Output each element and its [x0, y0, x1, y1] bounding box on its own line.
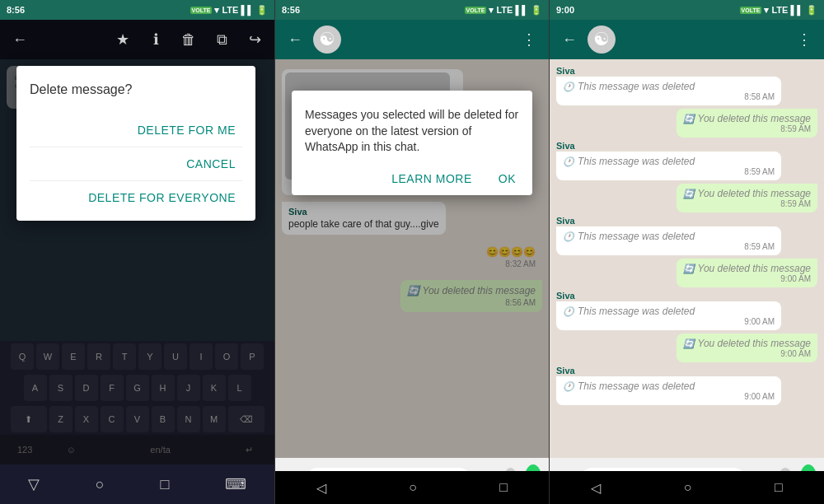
- msg-time-1: 8:59 AM: [683, 124, 811, 133]
- message-row-6: Siva 🕐 This message was deleted 9:00 AM: [556, 291, 781, 330]
- wifi-icon-3: ▾: [764, 5, 769, 16]
- nav-bar-3: ◁ ○ □: [550, 471, 824, 504]
- msg-bubble-3: 🔄 You deleted this message 8:59 AM: [677, 184, 817, 212]
- deleted-text-2: 🕐 This message was deleted: [563, 156, 775, 167]
- lte-badge-2: LTE: [496, 5, 513, 15]
- panel-delete-dialog: 8:56 VOLTE ▾ LTE ▌▌ 🔋 ← ★ ℹ 🗑 ⧉ ↪ Lorem …: [0, 0, 274, 504]
- clock-icon-0: 🕐: [563, 82, 574, 92]
- status-bar-3: 9:00 VOLTE ▾ LTE ▌▌ 🔋: [550, 0, 824, 20]
- back-button-2[interactable]: ←: [282, 26, 308, 53]
- message-row-8: Siva 🕐 This message was deleted 9:00 AM: [556, 366, 781, 405]
- refresh-icon-3: 🔄: [683, 189, 695, 199]
- copy-button[interactable]: ⧉: [208, 26, 235, 53]
- msg-time-2: 8:59 AM: [563, 167, 775, 176]
- volte-badge-3: VOLTE: [740, 7, 762, 14]
- signal-icon-1: ▌▌: [241, 5, 254, 15]
- wifi-icon-1: ▾: [214, 5, 219, 16]
- volte-badge-2: VOLTE: [465, 7, 487, 14]
- msg-bubble-7: 🔄 You deleted this message 9:00 AM: [677, 334, 817, 362]
- nav-home-2[interactable]: ○: [409, 480, 417, 495]
- message-row-0: Siva 🕐 This message was deleted 8:58 AM: [556, 66, 781, 105]
- yin-yang-icon-2: ☯: [319, 29, 335, 50]
- cancel-button[interactable]: CANCEL: [30, 147, 242, 180]
- nav-back-1[interactable]: ▽: [28, 475, 40, 493]
- status-bar-2: 8:56 VOLTE ▾ LTE ▌▌ 🔋: [275, 0, 549, 20]
- nav-recent-3[interactable]: □: [775, 480, 783, 495]
- msg-bubble-1: 🔄 You deleted this message 8:59 AM: [677, 109, 817, 138]
- signal-icon-2: ▌▌: [515, 5, 528, 15]
- nav-recent-1[interactable]: □: [160, 476, 169, 493]
- nav-back-2[interactable]: ◁: [316, 480, 326, 496]
- message-row-5: 🔄 You deleted this message 9:00 AM: [677, 259, 817, 287]
- ok-button[interactable]: OK: [495, 169, 519, 189]
- volte-badge-1: VOLTE: [190, 7, 213, 14]
- delete-for-everyone-button[interactable]: DELETE FOR EVERYONE: [30, 180, 242, 214]
- msg-sender-4: Siva: [556, 216, 781, 226]
- message-row-4: Siva 🕐 This message was deleted 8:59 AM: [556, 216, 781, 255]
- nav-kb-1[interactable]: ⌨: [225, 475, 246, 493]
- refresh-icon-7: 🔄: [683, 338, 695, 349]
- panel-warning-dialog: 8:56 VOLTE ▾ LTE ▌▌ 🔋 ← ☯ ⋮ Lorem ipsum.…: [274, 0, 550, 504]
- deleted-text-3: 🔄 You deleted this message: [683, 188, 811, 199]
- message-row-7: 🔄 You deleted this message 9:00 AM: [677, 334, 817, 362]
- delete-dialog: Delete message? DELETE FOR ME CANCEL DEL…: [16, 66, 255, 221]
- learn-more-button[interactable]: LEARN MORE: [388, 169, 475, 189]
- msg-time-6: 9:00 AM: [563, 317, 775, 326]
- msg-sender-0: Siva: [556, 66, 781, 76]
- clock-icon-4: 🕐: [563, 231, 574, 242]
- msg-time-5: 9:00 AM: [683, 274, 811, 283]
- deleted-text-6: 🕐 This message was deleted: [563, 306, 775, 317]
- warning-dialog: Messages you selected will be deleted fo…: [292, 91, 532, 195]
- lte-badge-1: LTE: [222, 5, 238, 15]
- avatar-2: ☯: [313, 26, 341, 54]
- msg-sender-6: Siva: [556, 291, 781, 301]
- back-button-1[interactable]: ←: [7, 26, 33, 53]
- forward-button[interactable]: ↪: [241, 26, 268, 53]
- clock-icon-2: 🕐: [563, 156, 574, 167]
- more-button-2[interactable]: ⋮: [516, 26, 542, 53]
- lte-badge-3: LTE: [771, 5, 788, 15]
- back-button-3[interactable]: ←: [556, 26, 583, 53]
- msg-bubble-6: 🕐 This message was deleted 9:00 AM: [556, 301, 781, 330]
- status-time-1: 8:56: [7, 5, 25, 15]
- msg-time-3: 8:59 AM: [683, 199, 811, 208]
- msg-time-4: 8:59 AM: [563, 242, 775, 251]
- refresh-icon-5: 🔄: [683, 264, 695, 274]
- nav-home-3[interactable]: ○: [684, 480, 692, 495]
- msg-sender-8: Siva: [556, 366, 781, 376]
- message-row-2: Siva 🕐 This message was deleted 8:59 AM: [556, 141, 781, 180]
- msg-time-0: 8:58 AM: [563, 92, 775, 101]
- deleted-text-8: 🕐 This message was deleted: [563, 380, 775, 392]
- nav-back-3[interactable]: ◁: [591, 480, 601, 496]
- nav-bar-2: ◁ ○ □: [275, 471, 549, 504]
- warning-buttons: LEARN MORE OK: [305, 169, 519, 189]
- nav-recent-2[interactable]: □: [499, 480, 508, 495]
- msg-time-7: 9:00 AM: [683, 349, 811, 358]
- delete-button[interactable]: 🗑: [176, 26, 202, 53]
- action-toolbar: ← ★ ℹ 🗑 ⧉ ↪: [0, 20, 274, 59]
- nav-bar-1: ▽ ○ □ ⌨: [0, 464, 274, 504]
- deleted-text-1: 🔄 You deleted this message: [683, 113, 811, 124]
- msg-bubble-8: 🕐 This message was deleted 9:00 AM: [556, 376, 781, 405]
- signal-icon-3: ▌▌: [790, 5, 803, 15]
- wifi-icon-2: ▾: [489, 5, 494, 16]
- panel-chat-messages: 9:00 VOLTE ▾ LTE ▌▌ 🔋 ← ☯ ⋮ Siva 🕐 This …: [550, 0, 824, 504]
- more-button-3[interactable]: ⋮: [791, 26, 817, 53]
- message-row-1: 🔄 You deleted this message 8:59 AM: [677, 109, 817, 138]
- battery-icon-3: 🔋: [806, 5, 817, 16]
- message-row-3: 🔄 You deleted this message 8:59 AM: [677, 184, 817, 212]
- status-bar-1: 8:56 VOLTE ▾ LTE ▌▌ 🔋: [0, 0, 274, 20]
- info-button[interactable]: ℹ: [143, 26, 169, 53]
- deleted-text-7: 🔄 You deleted this message: [683, 338, 811, 349]
- nav-home-1[interactable]: ○: [96, 476, 105, 493]
- delete-dialog-title: Delete message?: [30, 82, 242, 97]
- status-time-3: 9:00: [556, 5, 574, 15]
- toolbar-2: ← ☯ ⋮: [275, 20, 549, 59]
- msg-bubble-2: 🕐 This message was deleted 8:59 AM: [556, 152, 781, 180]
- star-button[interactable]: ★: [110, 26, 136, 53]
- refresh-icon-1: 🔄: [683, 114, 695, 124]
- clock-icon-8: 🕐: [563, 381, 574, 392]
- deleted-text-5: 🔄 You deleted this message: [683, 263, 811, 274]
- delete-for-me-button[interactable]: DELETE FOR ME: [30, 114, 242, 147]
- deleted-text-0: 🕐 This message was deleted: [563, 81, 775, 92]
